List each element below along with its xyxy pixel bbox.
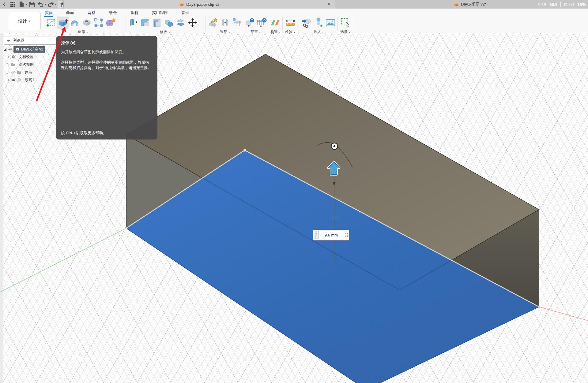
combine-button[interactable] [163,17,175,29]
left-panel-rail [0,33,3,383]
tab-manage[interactable]: 管理 [181,9,189,16]
create-form-icon [105,17,116,28]
collapsed-caret-icon[interactable] [7,78,10,82]
tab-solid[interactable]: 实体 [45,9,53,16]
revolve-button[interactable] [69,17,81,29]
hole-button[interactable] [81,17,92,29]
dimension-widget[interactable]: 9.6 mm [313,230,349,240]
extrude-button[interactable] [57,17,69,29]
save-icon[interactable] [28,1,36,8]
browser-row-origin[interactable]: 原点 [4,69,58,75]
insert-derive-button[interactable] [300,17,312,29]
select-button[interactable] [339,17,351,29]
drag-handle-icon[interactable] [313,230,318,240]
configuration-table-button[interactable] [255,17,267,29]
configure-dropdown[interactable]: 配置▼ [243,29,268,35]
expanded-caret-icon[interactable] [4,48,6,51]
collapsed-caret-icon[interactable] [7,71,10,74]
select-dropdown[interactable]: 选择▼ [339,29,352,35]
document-tab-active[interactable]: Day3-paper clip v2 × [63,0,335,9]
press-pull-button[interactable] [127,17,139,29]
insert-fastener-button[interactable] [312,17,324,29]
tab-surface[interactable]: 曲面 [66,9,74,16]
modify-dropdown[interactable]: 修改▼ [127,29,203,35]
collapse-panel-icon[interactable]: ◀◀ [7,39,10,42]
redo-icon[interactable] [47,1,55,8]
insert-derive-icon [301,17,312,28]
gpu-value: 13% [577,2,586,7]
new-component-icon [208,17,218,28]
new-component-button[interactable] [207,17,219,29]
configure-icon [244,17,255,28]
create-dropdown[interactable]: 创建▼ [45,29,121,35]
construction-plane-button[interactable] [270,17,281,29]
app-grid-icon[interactable] [9,1,17,8]
root-component-pill[interactable]: Day1-乐高 v2 [13,46,45,53]
close-icon[interactable]: × [326,1,332,7]
tab-sheetmetal[interactable]: 钣金 [109,9,117,16]
fusion-window: { "window": { "topbar": { "active_tab": … [0,0,588,383]
chevron-left-icon[interactable] [1,1,8,8]
insert-canvas-button[interactable] [324,17,336,29]
visibility-eye-icon[interactable] [8,48,12,51]
browser-panel: ◀◀ 浏览器 Day1-乐高 v2 文档设置 命名视图 [4,36,58,83]
visibility-off-icon[interactable] [11,71,16,74]
chevron-down-icon: ▼ [228,31,230,33]
document-cube-icon [454,2,459,7]
browser-row-body[interactable]: 乐高1 [4,77,58,83]
create-sketch-button[interactable] [45,17,57,29]
measure-button[interactable] [284,17,296,29]
inspect-dropdown[interactable]: 检验▼ [284,29,296,35]
browser-row-named-views[interactable]: 命名视图 [4,61,58,68]
redo-menu-caret-icon[interactable]: ▾ [55,3,56,6]
folder-icon [17,70,21,74]
group-insert: 插入▼ [300,17,337,32]
shell-button[interactable] [151,17,163,29]
assemble-dropdown[interactable]: 装配▼ [207,29,243,35]
browser-row-document-settings[interactable]: 文档设置 [4,54,58,60]
component-tree-button[interactable] [231,17,243,29]
dimension-input[interactable]: 9.6 mm [318,231,344,239]
create-form-button[interactable] [104,17,116,29]
split-body-button[interactable] [175,17,187,29]
construct-dropdown[interactable]: 构造▼ [270,29,282,35]
file-new-icon[interactable] [18,1,25,8]
collapsed-caret-icon[interactable] [7,55,10,59]
chevron-down-icon: ▾ [29,20,31,23]
undo-icon[interactable] [37,1,44,8]
move-button[interactable] [187,17,198,29]
browser-header[interactable]: ◀◀ 浏览器 [4,36,59,45]
move-icon [187,17,198,28]
joint-button[interactable] [219,17,231,29]
undo-menu-caret-icon[interactable]: ▾ [45,3,46,6]
pattern-button[interactable] [92,17,104,29]
document-cube-icon [179,2,184,7]
folder-icon [11,63,16,66]
construction-plane-icon [270,17,281,28]
combine-icon [164,17,174,28]
document-tab-label: Day3-paper clip v2 [186,2,219,7]
tab-mesh[interactable]: 网格 [88,9,96,16]
fillet-button[interactable] [139,17,151,29]
insert-fastener-icon [313,17,324,28]
select-icon [340,17,351,28]
body-icon [17,78,21,82]
group-assemble: 装配▼ [207,17,243,32]
collapsed-caret-icon[interactable] [7,63,10,66]
file-menu-caret-icon[interactable]: ▾ [26,3,27,6]
workspace-selector-button[interactable]: 设计 ▾ [8,12,41,30]
configure-button[interactable] [243,17,255,29]
options-dots-icon[interactable] [344,230,349,240]
titlebar: ▾ ▾ ▾ Day3-paper clip v2 × Day1-乐高 v2* [0,0,588,9]
browser-title: 浏览器 [13,38,24,43]
insert-dropdown[interactable]: 插入▼ [300,29,337,35]
browser-row-root[interactable]: Day1-乐高 v2 [4,46,58,52]
extrude-icon [58,17,68,28]
group-modify: 修改▼ [127,17,203,32]
visibility-eye-icon[interactable] [11,78,16,82]
press-pull-icon [128,17,138,28]
component-cube-icon [16,47,20,51]
tab-utilities[interactable]: 实用程序 [152,9,168,16]
secondary-document[interactable]: Day1-乐高 v2* [454,0,486,9]
tab-plastic[interactable]: 塑料 [130,9,138,16]
